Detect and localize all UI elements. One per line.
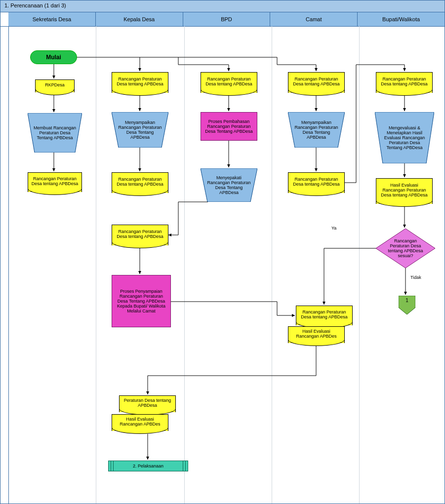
lane-header-bpd: BPD	[183, 12, 270, 26]
process-penyampaian-camat: Proses Penyampaian Rancangan Peraturan D…	[112, 275, 171, 327]
row-sidebar: 1	[0, 12, 9, 504]
lane-divider	[272, 26, 272, 504]
decision-yes-label: Ya	[331, 226, 336, 231]
lane-header-sekretaris: Sekretaris Desa	[8, 12, 95, 26]
process-menyampaikan-kep: Menyampaikan Rancangan Peraturan Desa Te…	[112, 112, 168, 148]
doc-rancangan-kep1: Rancangan Peraturan Desa tentang APBDesa	[112, 72, 168, 93]
doc-rancangan-cam1: Rancangan Peraturan Desa tentang APBDesa	[288, 72, 345, 93]
process-menyampaikan-cam: Menyampaikan Rancangan Peraturan Desa Te…	[288, 112, 345, 148]
doc-rancangan-bup: Rancangan Peraturan Desa tentang APBDesa	[376, 72, 433, 93]
process-menyepakati-bpd: Menyepakati Rancangan Peraturan Desa Ten…	[201, 168, 257, 202]
decision-no-label: Tidak	[410, 275, 421, 280]
lane-divider	[184, 26, 185, 504]
doc-rancangan-bpd: Rancangan Peraturan Desa tentang APBDesa	[201, 72, 257, 93]
swimlane-diagram: 1. Perencanaan (1 dari 3) 1 Sekretaris D…	[0, 0, 445, 504]
lane-header-bupati: Bupati/Walikota	[357, 12, 445, 26]
doc-rancangan-kep2: Rancangan Peraturan Desa tentang APBDesa	[112, 172, 168, 193]
decision-sesuai: Rancangan Peraturan Desa tentang APBDesa…	[376, 229, 435, 268]
doc-hasil-bup: Hasil Evaluasi Rancangan Peraturan Desa …	[376, 178, 433, 204]
doc-rancangan-kep3: Rancangan Peraturan Desa tentang APBDesa	[112, 225, 168, 245]
offpage-connector: 1	[399, 296, 415, 314]
process-membuat-rancangan: Membuat Rancangan Peraturan Desa Tentang…	[28, 113, 82, 153]
lane-divider	[96, 26, 96, 504]
doc-rancangan-cam3: Rancangan Peraturan Desa tentang APBDesa	[296, 306, 353, 325]
doc-peraturan-kep: Peraturan Desa tentang APBDesa	[119, 395, 176, 412]
doc-hasil-cam: Hasil Evaluasi Rancangan APBDes	[288, 326, 345, 343]
lane-divider	[359, 26, 360, 504]
lane-header-kepala: Kepala Desa	[95, 12, 183, 26]
terminator-start: Mulai	[30, 50, 77, 64]
diagram-title: 1. Perencanaan (1 dari 3)	[0, 0, 445, 12]
doc-rkpdesa: RKPDesa	[35, 79, 75, 92]
lane-headers: Sekretaris Desa Kepala Desa BPD Camat Bu…	[0, 12, 445, 27]
process-pembahasan-bpd: Proses Pembahasan Rancangan Peraturan De…	[201, 112, 257, 141]
subprocess-pelaksanaan: 2. Pelaksanaan	[108, 461, 188, 471]
process-mengevaluasi-bup: Mengevaluasi & Menetapkan Hasil Evaluasi…	[375, 112, 434, 163]
doc-hasil-kep: Hasil Evaluasi Rancangan APBDes	[112, 414, 168, 431]
lane-header-camat: Camat	[270, 12, 357, 26]
doc-rancangan-cam2: Rancangan Peraturan Desa tentang APBDesa	[288, 172, 345, 193]
doc-rancangan-sek: Rancangan Peraturan Desa tentang APBDesa	[28, 172, 82, 192]
